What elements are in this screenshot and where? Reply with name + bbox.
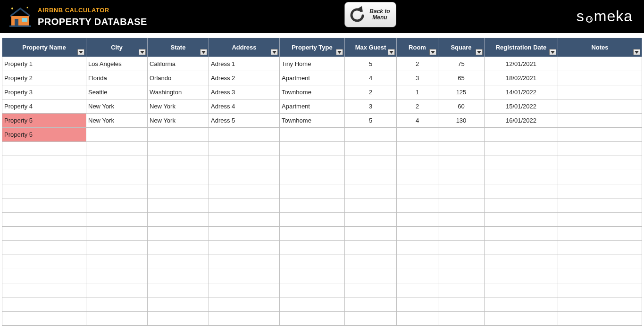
cell-address[interactable] — [209, 213, 280, 227]
cell-state[interactable]: New York — [148, 114, 209, 128]
cell-square[interactable] — [438, 213, 485, 227]
cell-max_guest[interactable]: 2 — [345, 85, 397, 99]
cell-state[interactable] — [148, 312, 209, 326]
cell-property_type[interactable]: Tiny Home — [280, 57, 345, 71]
cell-max_guest[interactable]: 4 — [345, 71, 397, 85]
cell-property_name[interactable]: Property 5 — [2, 114, 86, 128]
cell-notes[interactable] — [558, 297, 642, 312]
cell-city[interactable] — [86, 255, 148, 269]
cell-city[interactable] — [86, 297, 148, 312]
cell-registration_date[interactable] — [485, 241, 558, 255]
cell-registration_date[interactable]: 14/01/2022 — [485, 85, 558, 99]
cell-room[interactable] — [397, 213, 438, 227]
cell-state[interactable] — [148, 170, 209, 184]
cell-city[interactable] — [86, 156, 148, 170]
cell-state[interactable] — [148, 128, 209, 142]
column-header-square[interactable]: Square — [438, 38, 485, 57]
cell-address[interactable] — [209, 283, 280, 297]
cell-square[interactable] — [438, 312, 485, 326]
cell-max_guest[interactable] — [345, 184, 397, 198]
cell-property_name[interactable] — [2, 269, 86, 283]
cell-square[interactable] — [438, 128, 485, 142]
cell-property_type[interactable] — [280, 283, 345, 297]
cell-state[interactable] — [148, 241, 209, 255]
cell-city[interactable]: New York — [86, 114, 148, 128]
cell-registration_date[interactable] — [485, 297, 558, 312]
cell-notes[interactable] — [558, 269, 642, 283]
cell-state[interactable] — [148, 142, 209, 156]
cell-notes[interactable] — [558, 283, 642, 297]
cell-property_type[interactable] — [280, 227, 345, 241]
cell-property_name[interactable]: Property 1 — [2, 57, 86, 71]
cell-registration_date[interactable]: 15/01/2022 — [485, 99, 558, 114]
cell-max_guest[interactable] — [345, 213, 397, 227]
cell-state[interactable] — [148, 269, 209, 283]
cell-property_name[interactable] — [2, 170, 86, 184]
cell-address[interactable] — [209, 142, 280, 156]
cell-notes[interactable] — [558, 241, 642, 255]
cell-city[interactable] — [86, 269, 148, 283]
cell-property_type[interactable]: Townhome — [280, 85, 345, 99]
cell-registration_date[interactable] — [485, 128, 558, 142]
cell-max_guest[interactable] — [345, 142, 397, 156]
cell-city[interactable] — [86, 227, 148, 241]
cell-square[interactable] — [438, 198, 485, 213]
cell-square[interactable] — [438, 156, 485, 170]
cell-square[interactable] — [438, 283, 485, 297]
cell-registration_date[interactable] — [485, 142, 558, 156]
cell-property_type[interactable]: Apartment — [280, 71, 345, 85]
cell-max_guest[interactable]: 5 — [345, 57, 397, 71]
filter-dropdown-icon[interactable] — [549, 49, 556, 55]
cell-square[interactable] — [438, 142, 485, 156]
cell-max_guest[interactable] — [345, 312, 397, 326]
cell-max_guest[interactable] — [345, 156, 397, 170]
cell-max_guest[interactable] — [345, 297, 397, 312]
cell-state[interactable]: New York — [148, 99, 209, 114]
cell-registration_date[interactable] — [485, 156, 558, 170]
filter-dropdown-icon[interactable] — [388, 49, 395, 55]
cell-address[interactable] — [209, 255, 280, 269]
cell-notes[interactable] — [558, 71, 642, 85]
cell-address[interactable]: Adress 3 — [209, 85, 280, 99]
cell-address[interactable]: Adress 5 — [209, 114, 280, 128]
cell-property_name[interactable]: Property 3 — [2, 85, 86, 99]
cell-room[interactable] — [397, 241, 438, 255]
cell-notes[interactable] — [558, 170, 642, 184]
cell-property_type[interactable] — [280, 198, 345, 213]
cell-state[interactable] — [148, 283, 209, 297]
cell-notes[interactable] — [558, 255, 642, 269]
cell-room[interactable]: 4 — [397, 114, 438, 128]
cell-property_name[interactable] — [2, 184, 86, 198]
cell-state[interactable]: Washington — [148, 85, 209, 99]
cell-state[interactable]: California — [148, 57, 209, 71]
cell-property_name[interactable] — [2, 142, 86, 156]
column-header-address[interactable]: Address — [209, 38, 280, 57]
cell-property_type[interactable] — [280, 269, 345, 283]
filter-dropdown-icon[interactable] — [200, 49, 207, 55]
cell-property_name[interactable]: Property 4 — [2, 99, 86, 114]
back-to-menu-button[interactable]: Back to Menu — [344, 2, 396, 27]
cell-property_type[interactable] — [280, 213, 345, 227]
cell-notes[interactable] — [558, 198, 642, 213]
cell-city[interactable]: Seattle — [86, 85, 148, 99]
cell-square[interactable] — [438, 227, 485, 241]
column-header-state[interactable]: State — [148, 38, 209, 57]
cell-address[interactable] — [209, 297, 280, 312]
cell-room[interactable] — [397, 312, 438, 326]
cell-state[interactable] — [148, 255, 209, 269]
cell-state[interactable]: Orlando — [148, 71, 209, 85]
cell-address[interactable]: Adress 4 — [209, 99, 280, 114]
cell-property_name[interactable] — [2, 227, 86, 241]
cell-property_name[interactable]: Property 5 — [2, 128, 86, 142]
cell-room[interactable]: 2 — [397, 57, 438, 71]
cell-registration_date[interactable]: 18/02/2021 — [485, 71, 558, 85]
cell-city[interactable] — [86, 241, 148, 255]
cell-property_type[interactable] — [280, 142, 345, 156]
cell-room[interactable] — [397, 198, 438, 213]
cell-room[interactable]: 2 — [397, 99, 438, 114]
cell-max_guest[interactable] — [345, 255, 397, 269]
cell-registration_date[interactable] — [485, 269, 558, 283]
cell-state[interactable] — [148, 213, 209, 227]
cell-square[interactable] — [438, 269, 485, 283]
cell-city[interactable]: Los Angeles — [86, 57, 148, 71]
